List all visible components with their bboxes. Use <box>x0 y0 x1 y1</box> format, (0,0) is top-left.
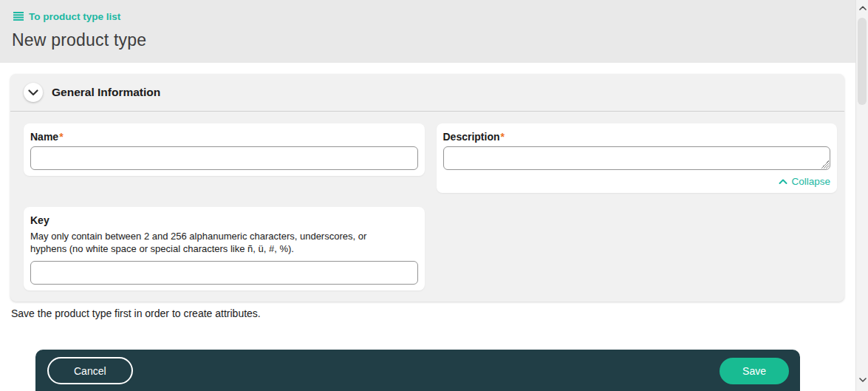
cancel-button[interactable]: Cancel <box>47 357 133 384</box>
name-label-text: Name <box>30 131 58 143</box>
panel-body: Name* Description* <box>10 112 844 302</box>
scroll-up-arrow[interactable] <box>856 1 868 14</box>
section-title: General Information <box>52 86 160 99</box>
resize-handle[interactable] <box>821 160 829 169</box>
attributes-note: Save the product type first in order to … <box>11 307 844 319</box>
description-field-card: Description* <box>437 123 838 193</box>
action-bar: Cancel Save <box>35 350 800 391</box>
description-label: Description* <box>443 131 831 143</box>
key-hint: May only contain between 2 and 256 alpha… <box>30 230 400 255</box>
description-label-text: Description <box>443 131 500 143</box>
main-content: General Information Name* Description* <box>0 63 855 319</box>
general-information-panel: General Information Name* Description* <box>10 74 844 302</box>
key-input[interactable] <box>30 261 418 285</box>
collapse-link-label: Collapse <box>791 176 830 187</box>
collapse-row: Collapse <box>443 176 831 187</box>
name-input[interactable] <box>30 146 418 170</box>
chevron-down-icon <box>28 87 38 98</box>
page: To product type list New product type Ge… <box>0 0 868 391</box>
vertical-scrollbar[interactable] <box>855 0 868 391</box>
required-asterisk: * <box>59 131 63 143</box>
name-label: Name* <box>30 131 418 143</box>
back-link-label: To product type list <box>29 11 120 22</box>
content-area: To product type list New product type Ge… <box>0 0 855 391</box>
scrollbar-thumb[interactable] <box>858 18 867 105</box>
description-textarea[interactable] <box>443 146 831 170</box>
description-textarea-wrap <box>443 146 831 170</box>
list-icon <box>13 12 24 21</box>
collapse-description-link[interactable]: Collapse <box>779 176 830 187</box>
collapse-section-button[interactable] <box>24 83 43 102</box>
panel-header: General Information <box>10 74 844 112</box>
chevron-up-icon <box>779 176 787 187</box>
page-title: New product type <box>12 30 844 50</box>
save-button[interactable]: Save <box>720 358 789 384</box>
back-to-product-type-list-link[interactable]: To product type list <box>13 11 120 22</box>
required-asterisk: * <box>501 131 505 143</box>
key-label: Key <box>30 214 418 226</box>
scroll-down-arrow[interactable] <box>856 373 868 386</box>
page-header: To product type list New product type <box>0 0 855 63</box>
key-field-card: Key May only contain between 2 and 256 a… <box>24 207 425 290</box>
name-field-card: Name* <box>24 123 425 176</box>
